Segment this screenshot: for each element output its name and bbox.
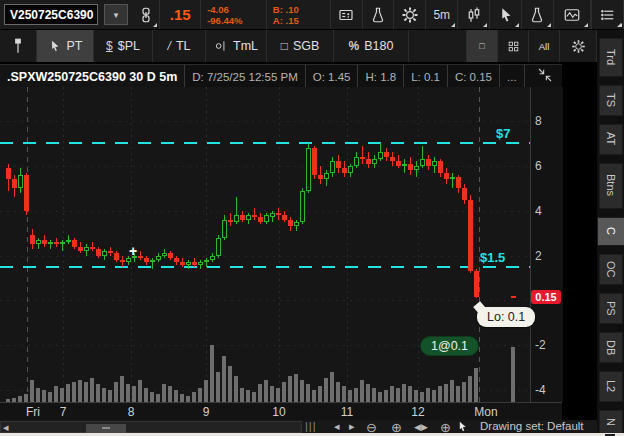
- tool-tml-button[interactable]: TmL: [206, 30, 267, 62]
- news-button[interactable]: [331, 0, 363, 29]
- cursor-icon: [48, 39, 62, 53]
- last-price: .15: [160, 0, 201, 29]
- sidebar-tab-n[interactable]: N: [599, 410, 623, 434]
- candle: [240, 215, 245, 219]
- sidebar-tab-btns[interactable]: Btns: [599, 163, 623, 209]
- tool-pl-label: $PL: [118, 39, 140, 53]
- square-icon: □: [281, 39, 288, 53]
- candle: [432, 161, 437, 165]
- candle: [306, 148, 311, 191]
- candle: [378, 152, 383, 159]
- sidebar-tab-oc[interactable]: OC: [599, 254, 623, 285]
- sidebar-tab-l2[interactable]: L2: [599, 371, 623, 402]
- candle: [108, 251, 113, 253]
- ohlc-field: C: 0.15: [448, 65, 500, 88]
- price-axis-label: -2: [535, 338, 546, 352]
- pan-left-icon[interactable]: ◂: [334, 420, 340, 433]
- bid-value: B: .10: [273, 4, 299, 15]
- pan-right-icon[interactable]: ▸: [349, 420, 355, 433]
- fit-width-icon[interactable]: ◀▶: [414, 422, 428, 432]
- volume-bar: [210, 345, 214, 402]
- trading-app-window: V250725C6390 ▾ .15 -4.06 -96.44% B: .10 …: [0, 0, 624, 436]
- candle: [24, 175, 29, 211]
- candle: [348, 166, 353, 173]
- sidebar-tab-c[interactable]: C: [597, 217, 624, 247]
- candle: [234, 215, 239, 222]
- volume-bar: [462, 382, 466, 402]
- toolbar-settings-button[interactable]: [560, 30, 597, 62]
- tool-pt-button[interactable]: PT: [37, 30, 94, 62]
- chart-mode-button[interactable]: [554, 0, 591, 29]
- single-chart-button[interactable]: □: [467, 30, 498, 62]
- v-gridline: [206, 87, 207, 402]
- cursor-icon[interactable]: [456, 420, 469, 433]
- symbol-dropdown-button[interactable]: ▾: [104, 4, 128, 25]
- collapse-icon[interactable]: [537, 67, 553, 83]
- volume-bar: [66, 384, 70, 402]
- tool-pl-button[interactable]: $ $PL: [94, 30, 153, 62]
- link-icon: [137, 6, 155, 24]
- splitter-grip[interactable]: |||: [305, 420, 317, 432]
- sidebar-tab-ts[interactable]: TS: [599, 85, 623, 116]
- sidebar-tab-trd[interactable]: Trd: [599, 38, 623, 77]
- v-gridline: [63, 87, 64, 402]
- ask-value: A: .15: [273, 15, 299, 26]
- chart-title: .SPXW250725C6390 30 D 5m: [0, 65, 185, 88]
- chart-header: .SPXW250725C6390 30 D 5m D: 7/25/25 12:5…: [0, 64, 562, 88]
- candle: [36, 240, 41, 244]
- percent-icon: %: [349, 39, 360, 53]
- volume-bar: [264, 380, 268, 402]
- sidebar-tab-ps[interactable]: PS: [599, 293, 623, 324]
- volume-bar: [330, 372, 334, 402]
- tool-b180-button[interactable]: % B180: [334, 30, 409, 62]
- tool-b180-label: B180: [364, 39, 393, 53]
- studies-button[interactable]: [363, 0, 395, 29]
- chart-settings-button[interactable]: [394, 0, 426, 29]
- candle: [138, 256, 143, 258]
- candle: [120, 260, 125, 262]
- scrollbar-handle[interactable]: [86, 424, 126, 433]
- candle: [360, 157, 365, 159]
- volume-bar: [36, 388, 40, 402]
- time-axis-label: 12: [411, 405, 424, 419]
- session-break-line: [27, 87, 28, 402]
- candle: [312, 148, 317, 175]
- grid-layout-button[interactable]: [498, 30, 529, 62]
- all-button[interactable]: All: [529, 30, 560, 62]
- pin-icon: [9, 37, 27, 55]
- volume-bar: [138, 380, 142, 402]
- volume-bar: [288, 376, 292, 402]
- ohlc-field: L: 0.1: [404, 65, 448, 88]
- candle: [54, 242, 59, 244]
- timeframe-button[interactable]: 5m: [426, 0, 458, 29]
- sidebar-tab-at[interactable]: AT: [599, 124, 623, 155]
- sidebar-tab-db[interactable]: DB: [599, 332, 623, 363]
- header-more-button[interactable]: ...: [500, 65, 525, 88]
- volume-bar: [24, 394, 28, 402]
- tool-sgb-label: SGB: [293, 39, 319, 53]
- price-level-line: [0, 142, 530, 144]
- volume-bar: [60, 388, 64, 402]
- candle: [216, 238, 221, 256]
- candle: [264, 215, 269, 222]
- tool-tl-button[interactable]: / TL: [153, 30, 206, 62]
- cursor-tool-button[interactable]: [490, 0, 522, 29]
- chart-type-button[interactable]: [458, 0, 490, 29]
- chart-menu-button[interactable]: [591, 0, 624, 29]
- chart-scrollbar[interactable]: ◂: [0, 421, 302, 433]
- drawing-set-label[interactable]: Drawing set: Default: [480, 420, 584, 432]
- symbol-input[interactable]: V250725C6390: [4, 4, 98, 25]
- ohlc-field: D: 7/25/25 12:55 PM: [185, 65, 305, 88]
- pin-toolbar-button[interactable]: [0, 30, 37, 62]
- trendline-icon: /: [168, 39, 171, 53]
- top-toolbar: V250725C6390 ▾ .15 -4.06 -96.44% B: .10 …: [0, 0, 624, 30]
- time-axis[interactable]: Fri789101112Mon: [0, 402, 562, 421]
- dollar-icon: $: [106, 39, 113, 53]
- candle: [450, 177, 455, 179]
- volume-bar: [456, 386, 460, 402]
- candle: [84, 247, 89, 251]
- drawings-button[interactable]: [522, 0, 554, 29]
- link-button[interactable]: [132, 0, 160, 29]
- tool-sgb-button[interactable]: □ SGB: [267, 30, 334, 62]
- price-axis[interactable]: 8642-2-4: [530, 87, 563, 402]
